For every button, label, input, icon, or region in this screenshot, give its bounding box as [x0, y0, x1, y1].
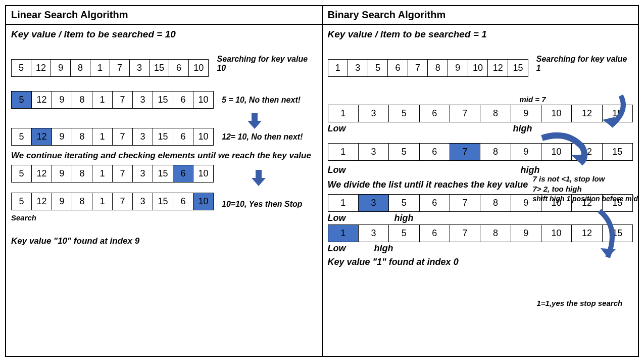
array-cell: 15	[153, 92, 173, 109]
array-cell: 6	[173, 193, 193, 210]
array-cell: 6	[419, 144, 450, 161]
binary-note-1: 7 is not <1, stop low	[533, 174, 605, 183]
binary-row-1: 1356789101215 Searching for key value 1	[328, 59, 633, 77]
array-cell: 15	[508, 60, 528, 77]
array-cell: 1	[90, 60, 110, 77]
down-arrow-icon	[244, 111, 265, 131]
binary-array-2: 1356789101215	[328, 105, 633, 122]
array-cell: 1	[328, 225, 358, 242]
array-cell: 8	[428, 60, 448, 77]
linear-iterate-note: We continue iterating and checking eleme…	[11, 151, 317, 161]
binary-found: Key value "1" found at index 0	[328, 257, 633, 267]
binary-step-2: mid = 7 1356789101215 Low high	[328, 95, 633, 137]
array-cell: 3	[358, 105, 388, 122]
array-cell: 6	[173, 92, 193, 109]
array-cell: 8	[72, 92, 92, 109]
binary-array-5: 1356789101215	[328, 224, 633, 242]
linear-row-4: 5129817315610	[11, 165, 317, 183]
array-cell: 3	[133, 165, 153, 183]
linear-array-4: 5129817315610	[11, 165, 214, 183]
array-cell: 10	[541, 105, 571, 122]
array-cell: 5	[389, 225, 419, 242]
linear-search-column: Linear Search Algorithm Key value / item…	[6, 6, 323, 356]
array-cell: 12	[572, 144, 602, 161]
array-cell: 9	[448, 60, 468, 77]
array-cell: 15	[153, 193, 173, 210]
array-cell: 6	[169, 60, 189, 77]
array-cell: 12	[32, 92, 52, 109]
array-cell: 8	[72, 128, 92, 146]
high-label: high	[513, 123, 532, 134]
array-cell: 8	[480, 195, 511, 212]
linear-subtitle: Key value / item to be searched = 10	[11, 29, 317, 40]
linear-search-label: Search	[11, 213, 317, 222]
array-cell: 8	[72, 165, 92, 183]
linear-row-1: 5129817315610 Searching for key value 10	[11, 59, 317, 77]
array-cell: 3	[133, 193, 153, 210]
binary-body: Key value / item to be searched = 1 1356…	[323, 25, 638, 356]
array-cell: 1	[92, 165, 113, 183]
array-cell: 7	[110, 60, 130, 77]
array-cell: 7	[113, 165, 133, 183]
linear-row-2: 5129817315610 5 = 10, No then next!	[11, 91, 317, 109]
array-cell: 6	[419, 105, 450, 122]
array-cell: 8	[480, 225, 511, 242]
array-cell: 15	[153, 128, 173, 146]
linear-array-1: 5129817315610	[11, 59, 209, 77]
binary-array-1: 1356789101215	[328, 59, 528, 77]
array-cell: 5	[389, 195, 419, 212]
array-cell: 5	[12, 165, 32, 183]
array-cell: 3	[129, 60, 149, 77]
array-cell: 15	[602, 225, 632, 242]
array-cell: 6	[419, 195, 450, 212]
linear-found: Key value "10" found at index 9	[11, 236, 317, 246]
array-cell: 9	[52, 92, 72, 109]
array-cell: 12	[32, 193, 52, 210]
array-cell: 9	[52, 128, 72, 146]
array-cell: 7	[408, 60, 428, 77]
array-cell: 10	[189, 60, 209, 77]
array-cell: 12	[31, 60, 51, 77]
array-cell: 1	[328, 144, 358, 161]
binary-step-5: 1356789101215 Low high	[328, 224, 633, 257]
array-cell: 7	[113, 193, 133, 210]
array-cell: 5	[389, 144, 419, 161]
array-cell: 15	[602, 105, 632, 122]
binary-search-column: Binary Search Algorithm Key value / item…	[323, 6, 638, 356]
linear-body: Key value / item to be searched = 10 512…	[6, 25, 322, 356]
array-cell: 5	[12, 60, 31, 77]
array-cell: 7	[113, 92, 133, 109]
linear-array-2: 5129817315610	[11, 91, 214, 109]
array-cell: 1	[92, 92, 113, 109]
linear-row-5: 5129817315610 10=10, Yes then Stop	[11, 193, 317, 210]
array-cell: 8	[71, 60, 90, 77]
array-cell: 7	[450, 195, 480, 212]
array-cell: 7	[450, 225, 480, 242]
array-cell: 3	[348, 60, 368, 77]
linear-caption-3: 12= 10, No then next!	[222, 132, 303, 142]
array-cell: 15	[602, 144, 632, 161]
array-cell: 9	[511, 225, 541, 242]
array-cell: 10	[193, 92, 214, 109]
array-cell: 10	[541, 144, 571, 161]
array-cell: 5	[12, 193, 32, 210]
array-cell: 9	[52, 193, 72, 210]
array-cell: 5	[368, 60, 388, 77]
low-label: Low	[328, 123, 346, 134]
array-cell: 15	[149, 60, 169, 77]
binary-mid-label: mid = 7	[520, 95, 633, 104]
array-cell: 6	[173, 165, 193, 183]
binary-note-2: 7> 2, too high	[533, 185, 582, 193]
array-cell: 1	[92, 128, 113, 146]
linear-header: Linear Search Algorithm	[6, 6, 322, 25]
array-cell: 8	[72, 193, 92, 210]
array-cell: 5	[12, 128, 32, 146]
linear-array-3: 5129817315610	[11, 128, 214, 146]
array-cell: 10	[193, 193, 214, 210]
linear-row-3: 5129817315610 12= 10, No then next!	[11, 128, 317, 146]
binary-caption-1: Searching for key value 1	[536, 55, 633, 73]
array-cell: 9	[511, 105, 541, 122]
comparison-frame: Linear Search Algorithm Key value / item…	[5, 5, 639, 357]
array-cell: 7	[113, 128, 133, 146]
high-label: high	[521, 165, 540, 175]
